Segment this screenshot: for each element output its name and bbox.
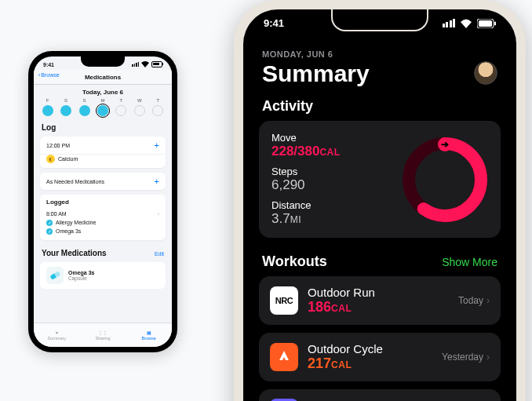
- status-icons: [132, 61, 162, 68]
- back-label: Browse: [41, 72, 59, 78]
- avatar[interactable]: [474, 61, 497, 85]
- slot-time: 12:00 PM: [46, 143, 70, 148]
- tab-sharing[interactable]: ⋮⋮ Sharing: [80, 323, 126, 347]
- activity-ring: ➔: [402, 137, 488, 223]
- logged-item: ✓Allergy Medicine: [46, 218, 159, 227]
- day-dot: [42, 105, 53, 116]
- steps-value: 6,290: [271, 177, 341, 193]
- logged-item: ✓Omega 3s: [46, 227, 159, 235]
- phone-summary: 9:41 MONDAY, JUN 6 Summary Activity: [234, 0, 526, 401]
- phone-medications: 9:41 ‹ Browse Medications Today, June 6 …: [28, 51, 177, 352]
- workouts-heading: Workouts: [262, 253, 327, 270]
- cellular-icon: [132, 62, 139, 67]
- workout-icon: [270, 343, 298, 371]
- activity-heading: Activity: [243, 90, 516, 121]
- wifi-icon: [141, 61, 149, 68]
- medication-row[interactable]: ◐ Calcium: [40, 155, 166, 168]
- distance-unit: MI: [290, 214, 301, 225]
- pill-icon: ◐: [46, 155, 55, 163]
- workout-card[interactable]: Outdoor Cycle217CALYesterday ›: [259, 333, 501, 381]
- check-icon: ✓: [46, 220, 53, 226]
- header-date: MONDAY, JUN 6: [262, 49, 497, 59]
- workout-body: Outdoor Cycle217CAL: [308, 342, 432, 372]
- move-label: Move: [271, 132, 341, 144]
- move-stat: Move 228/380CAL: [271, 132, 341, 159]
- edit-button[interactable]: Edit: [155, 251, 164, 257]
- steps-label: Steps: [271, 166, 341, 177]
- workout-meta: Today ›: [458, 295, 490, 306]
- distance-number: 3.7: [271, 211, 290, 226]
- day-letter: F: [46, 98, 49, 103]
- day-letter: M: [100, 98, 104, 103]
- svg-rect-2: [494, 21, 496, 25]
- battery-icon: [477, 19, 496, 28]
- day-column[interactable]: M: [97, 98, 108, 116]
- tab-label: Sharing: [96, 336, 111, 341]
- day-letter: W: [137, 98, 142, 103]
- workout-meta: Yesterday ›: [442, 352, 490, 363]
- wifi-icon: [460, 19, 472, 28]
- day-column[interactable]: T: [152, 98, 163, 116]
- log-heading: Log: [34, 118, 172, 134]
- med-card-sub: Capsule: [68, 275, 94, 281]
- cellular-icon: [443, 19, 456, 27]
- day-letter: S: [83, 98, 86, 103]
- day-column[interactable]: S: [60, 98, 71, 116]
- move-value: 228/380CAL: [271, 144, 341, 159]
- status-time: 9:41: [43, 62, 54, 67]
- day-letter: S: [64, 98, 67, 103]
- day-column[interactable]: T: [115, 98, 126, 116]
- day-dot: [152, 105, 163, 116]
- tab-bar: ♥ Summary ⋮⋮ Sharing ▦ Browse: [34, 323, 172, 347]
- distance-value: 3.7MI: [271, 211, 341, 227]
- workout-name: Outdoor Cycle: [308, 342, 432, 355]
- capsule-icon: [46, 267, 64, 284]
- people-icon: ⋮⋮: [98, 330, 107, 335]
- back-button[interactable]: ‹ Browse: [38, 72, 60, 78]
- chevron-right-icon: ›: [486, 295, 490, 306]
- move-unit: CAL: [319, 147, 340, 158]
- workouts-list: NRCOutdoor Run186CALToday ›Outdoor Cycle…: [243, 276, 516, 401]
- status-time: 9:41: [264, 17, 284, 29]
- medication-card[interactable]: Omega 3s Capsule: [40, 262, 166, 289]
- medication-name: Calcium: [58, 156, 78, 162]
- workout-card[interactable]: Yoga ›: [259, 389, 501, 401]
- workout-value: 186CAL: [308, 299, 449, 315]
- svg-rect-1: [479, 20, 492, 27]
- as-needed-label: As Needed Medications: [46, 179, 104, 184]
- phone1-screen: 9:41 ‹ Browse Medications Today, June 6 …: [34, 57, 172, 347]
- workout-icon: NRC: [270, 286, 298, 315]
- logged-item-name: Allergy Medicine: [56, 220, 96, 226]
- steps-stat: Steps 6,290: [271, 166, 341, 193]
- workout-value: 217CAL: [308, 355, 432, 372]
- distance-label: Distance: [271, 199, 341, 211]
- tab-summary[interactable]: ♥ Summary: [34, 323, 80, 347]
- nav-bar: ‹ Browse Medications: [34, 70, 172, 85]
- day-column[interactable]: W: [134, 98, 145, 116]
- chevron-right-icon: ›: [486, 352, 490, 363]
- phone2-notch: [331, 9, 428, 31]
- battery-icon: [151, 61, 162, 67]
- tab-browse[interactable]: ▦ Browse: [126, 323, 172, 347]
- as-needed-card[interactable]: As Needed Medications +: [40, 173, 166, 190]
- show-more-button[interactable]: Show More: [442, 256, 497, 268]
- your-medications-header: Your Medications Edit: [34, 242, 172, 260]
- add-icon[interactable]: +: [155, 177, 159, 186]
- day-dot: [60, 105, 71, 116]
- day-column[interactable]: S: [79, 98, 90, 116]
- day-dot: [134, 105, 145, 116]
- heart-icon: ♥: [56, 330, 58, 335]
- chevron-left-icon: ‹: [38, 72, 40, 78]
- today-label: Today, June 6: [34, 85, 172, 98]
- week-picker[interactable]: FSSMTWT: [34, 98, 172, 118]
- day-column[interactable]: F: [42, 98, 53, 116]
- ring-arrow-icon: ➔: [438, 137, 452, 151]
- add-icon[interactable]: +: [155, 140, 159, 150]
- distance-stat: Distance 3.7MI: [271, 199, 341, 227]
- workout-card[interactable]: NRCOutdoor Run186CALToday ›: [259, 276, 501, 325]
- logged-card[interactable]: Logged 8:00 AM › ✓Allergy Medicine✓Omega…: [40, 195, 166, 240]
- grid-icon: ▦: [147, 330, 151, 335]
- workout-body: Outdoor Run186CAL: [308, 286, 449, 315]
- activity-card[interactable]: Move 228/380CAL Steps 6,290 Distance 3.7…: [259, 121, 501, 238]
- log-slot-card[interactable]: 12:00 PM + ◐ Calcium: [40, 137, 166, 168]
